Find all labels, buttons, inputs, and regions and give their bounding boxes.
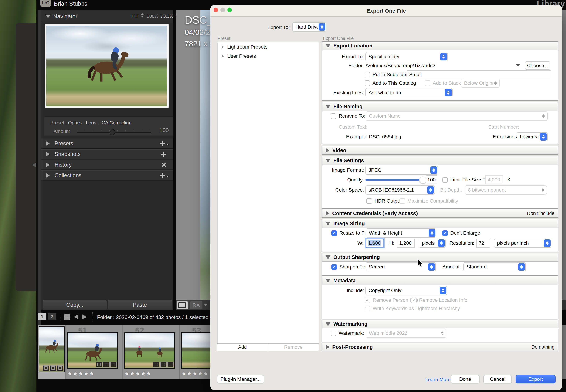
rename-to-checkbox[interactable]: ✓ (331, 113, 336, 119)
navigator-zoom-100[interactable]: 100% (147, 14, 159, 19)
watermark-select[interactable]: Web middle 2026 (366, 329, 446, 338)
toolbar-dropdown-arrow-icon[interactable] (204, 304, 207, 306)
add-preset-icon[interactable] (160, 141, 169, 146)
star-rating[interactable]: ★★★★★ (67, 370, 95, 377)
height-field[interactable]: 1,200 (397, 239, 415, 248)
cancel-button[interactable]: Cancel (483, 375, 512, 383)
resize-mode-select[interactable]: Width & Height (366, 228, 436, 238)
section-header[interactable]: Post-ProcessingDo nothing (322, 343, 558, 351)
section-header[interactable]: Export Location (322, 42, 558, 50)
grid-view-button[interactable] (177, 301, 188, 309)
remove-person-checkbox[interactable]: ✓ (365, 297, 370, 303)
limit-file-size-field[interactable]: 4,000 (485, 175, 503, 184)
remove-preset-button[interactable]: Remove (268, 343, 319, 351)
navigator-zoom-ratio[interactable]: 73.3% (161, 14, 174, 19)
learn-more-link[interactable]: Learn More (425, 377, 451, 382)
subfolder-field[interactable]: Small (407, 70, 551, 79)
add-preset-button[interactable]: Add (217, 343, 268, 351)
export-to-folder-select[interactable]: Specific folder (365, 52, 448, 61)
next-photo-icon[interactable] (82, 314, 87, 319)
section-header[interactable]: Watermarking (322, 320, 558, 328)
fit-stepper-icon[interactable] (141, 13, 144, 17)
dont-enlarge-checkbox[interactable]: ✓ (442, 230, 448, 236)
bit-depth-select[interactable]: 8 bits/component (465, 185, 547, 195)
section-header[interactable]: Content Credentials (Early Access)Don't … (322, 209, 558, 217)
star-rating[interactable]: ★★★★★ (181, 370, 209, 377)
add-to-catalog-checkbox[interactable]: ✓ (364, 81, 370, 86)
panel-history[interactable]: History (41, 160, 173, 170)
folder-history-arrow-icon[interactable] (516, 61, 520, 70)
existing-files-select[interactable]: Ask what to do (365, 88, 453, 97)
limit-file-size-checkbox[interactable]: ✓ (442, 177, 448, 183)
quality-slider-knob[interactable] (419, 177, 426, 183)
navigator-header[interactable]: Navigator FIT 100% 73.3% (41, 11, 173, 22)
panel-collections[interactable]: Collections (41, 170, 173, 181)
thumbnail-52[interactable] (124, 333, 175, 369)
dialog-titlebar[interactable]: Export One File (210, 5, 562, 17)
add-to-stack-checkbox[interactable]: ✓ (425, 81, 430, 86)
compare-view-button[interactable]: RA (190, 301, 202, 309)
plugin-manager-button[interactable]: Plug-in Manager... (217, 375, 264, 383)
sharpen-amount-select[interactable]: Standard (463, 262, 526, 271)
color-space-select[interactable]: sRGB IEC61966-2.1 (365, 185, 435, 195)
panel-resize-grip[interactable] (38, 10, 41, 379)
put-in-subfolder-checkbox[interactable]: ✓ (364, 72, 370, 77)
quality-slider[interactable] (365, 179, 424, 181)
add-collection-icon[interactable] (160, 173, 169, 178)
rename-template-select[interactable]: Custom Name (366, 112, 548, 121)
section-header[interactable]: Video (322, 146, 558, 154)
crop-badge-icon[interactable] (103, 362, 110, 367)
add-snapshot-icon[interactable] (161, 152, 166, 157)
exposure-badge-icon[interactable] (167, 362, 174, 367)
copy-button[interactable]: Copy... (43, 300, 107, 310)
crop-badge-icon[interactable] (50, 365, 56, 371)
preset-group-user[interactable]: User Presets (218, 52, 319, 61)
quality-value[interactable]: 100 (426, 175, 437, 184)
resolution-unit-select[interactable]: pixels per inch (494, 238, 552, 248)
sharpen-for-checkbox[interactable]: ✓ (331, 264, 337, 270)
resize-to-fit-checkbox[interactable]: ✓ (331, 230, 337, 236)
export-button[interactable]: Export (516, 375, 555, 383)
exposure-badge-icon[interactable] (110, 362, 117, 367)
section-header[interactable]: Image Sizing (322, 219, 558, 228)
thumbnail-selected[interactable] (39, 326, 65, 372)
previous-photo-icon[interactable] (74, 314, 78, 319)
grid-icon[interactable] (64, 314, 70, 320)
hdr-output-checkbox[interactable]: ✓ (366, 198, 372, 204)
secondary-monitor-button[interactable]: 2 (48, 313, 56, 321)
navigator-preview[interactable] (45, 24, 169, 108)
sharpen-for-select[interactable]: Screen (366, 262, 436, 271)
remove-location-checkbox[interactable]: ✓ (411, 297, 417, 303)
watermark-checkbox[interactable]: ✓ (331, 331, 336, 336)
exposure-badge-icon[interactable] (57, 365, 63, 371)
maximize-compat-checkbox[interactable]: ✓ (400, 198, 405, 204)
preset-group-lightroom[interactable]: Lightroom Presets (218, 42, 319, 52)
clear-history-icon[interactable] (161, 162, 166, 167)
image-format-select[interactable]: JPEG (365, 166, 438, 175)
width-field[interactable]: 1,600 (366, 239, 384, 248)
add-to-stack-select[interactable]: Below Original (461, 79, 499, 88)
star-rating[interactable]: ★★★★★ (124, 370, 152, 377)
panel-presets[interactable]: Presets (41, 139, 173, 149)
section-header[interactable]: File Settings (322, 156, 558, 165)
write-keywords-checkbox[interactable]: ✓ (365, 306, 370, 311)
metadata-include-select[interactable]: Copyright Only (365, 286, 447, 295)
section-header[interactable]: Output Sharpening (322, 253, 558, 262)
primary-monitor-button[interactable]: 1 (38, 313, 46, 321)
panel-snapshots[interactable]: Snapshots (41, 149, 173, 159)
section-header[interactable]: Metadata (322, 277, 558, 285)
paste-button[interactable]: Paste (108, 300, 172, 310)
panel-collapse-arrow-icon[interactable] (32, 163, 36, 167)
thumbnail-51[interactable] (67, 333, 118, 369)
settings-badge-icon[interactable] (96, 362, 102, 367)
extensions-select[interactable]: Lowercase (517, 132, 548, 141)
crop-badge-icon[interactable] (160, 362, 166, 367)
section-header[interactable]: File Naming (322, 102, 558, 111)
settings-badge-icon[interactable] (153, 362, 159, 367)
choose-button[interactable]: Choose... (525, 61, 550, 70)
filmstrip-folder-label[interactable]: Folder : 2026-02-04 (97, 314, 142, 320)
export-to-select[interactable]: Hard Drive (292, 22, 326, 31)
size-unit-select[interactable]: pixels (419, 238, 446, 248)
navigator-fit[interactable]: FIT (131, 14, 138, 19)
settings-badge-icon[interactable] (43, 365, 49, 371)
